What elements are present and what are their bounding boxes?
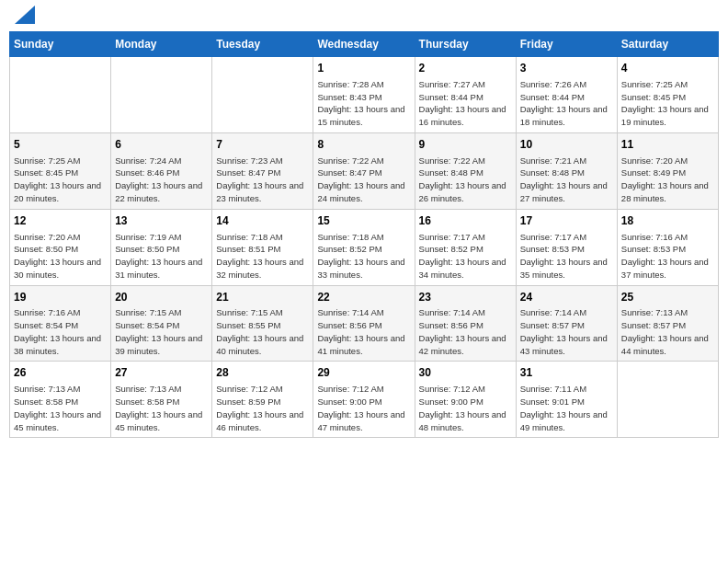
day-info: Sunrise: 7:20 AM Sunset: 8:50 PM Dayligh… <box>14 231 107 282</box>
day-number: 16 <box>419 213 512 229</box>
day-number: 17 <box>520 213 613 229</box>
calendar-table: SundayMondayTuesdayWednesdayThursdayFrid… <box>9 31 719 438</box>
day-info: Sunrise: 7:14 AM Sunset: 8:56 PM Dayligh… <box>419 306 512 357</box>
calendar-cell: 22Sunrise: 7:14 AM Sunset: 8:56 PM Dayli… <box>313 285 415 362</box>
day-number: 19 <box>14 290 107 305</box>
weekday-header-sunday: Sunday <box>10 32 111 57</box>
calendar-cell: 16Sunrise: 7:17 AM Sunset: 8:52 PM Dayli… <box>415 209 516 285</box>
day-info: Sunrise: 7:20 AM Sunset: 8:49 PM Dayligh… <box>621 155 714 205</box>
day-info: Sunrise: 7:14 AM Sunset: 8:56 PM Dayligh… <box>317 306 410 357</box>
day-number: 5 <box>14 137 107 153</box>
day-info: Sunrise: 7:27 AM Sunset: 8:44 PM Dayligh… <box>419 78 512 129</box>
calendar-cell: 26Sunrise: 7:13 AM Sunset: 8:58 PM Dayli… <box>10 362 111 438</box>
day-number: 4 <box>621 61 714 76</box>
day-info: Sunrise: 7:22 AM Sunset: 8:48 PM Dayligh… <box>419 155 512 205</box>
calendar-cell: 25Sunrise: 7:13 AM Sunset: 8:57 PM Dayli… <box>617 285 718 362</box>
day-number: 27 <box>115 365 208 381</box>
day-number: 20 <box>115 290 208 305</box>
day-number: 11 <box>621 137 714 153</box>
day-number: 3 <box>520 61 613 76</box>
day-number: 14 <box>216 213 309 229</box>
calendar-cell: 19Sunrise: 7:16 AM Sunset: 8:54 PM Dayli… <box>10 285 111 362</box>
calendar-cell: 14Sunrise: 7:18 AM Sunset: 8:51 PM Dayli… <box>212 209 313 285</box>
weekday-header-monday: Monday <box>111 32 212 57</box>
day-number: 18 <box>621 213 714 229</box>
day-info: Sunrise: 7:22 AM Sunset: 8:47 PM Dayligh… <box>317 155 410 205</box>
weekday-header-friday: Friday <box>516 32 617 57</box>
day-number: 13 <box>115 213 208 229</box>
day-number: 30 <box>419 365 512 381</box>
day-info: Sunrise: 7:17 AM Sunset: 8:52 PM Dayligh… <box>419 231 512 282</box>
day-info: Sunrise: 7:15 AM Sunset: 8:54 PM Dayligh… <box>115 306 208 357</box>
svg-marker-0 <box>15 6 35 24</box>
day-number: 6 <box>115 137 208 153</box>
day-number: 21 <box>216 290 309 305</box>
calendar-cell: 30Sunrise: 7:12 AM Sunset: 9:00 PM Dayli… <box>415 362 516 438</box>
calendar-week-row: 1Sunrise: 7:28 AM Sunset: 8:43 PM Daylig… <box>10 57 719 133</box>
calendar-cell: 28Sunrise: 7:12 AM Sunset: 8:59 PM Dayli… <box>212 362 313 438</box>
page-header <box>9 9 719 24</box>
day-number: 24 <box>520 290 613 305</box>
calendar-week-row: 26Sunrise: 7:13 AM Sunset: 8:58 PM Dayli… <box>10 362 719 438</box>
day-number: 7 <box>216 137 309 153</box>
weekday-header-wednesday: Wednesday <box>313 32 415 57</box>
calendar-cell: 24Sunrise: 7:14 AM Sunset: 8:57 PM Dayli… <box>516 285 617 362</box>
calendar-cell: 12Sunrise: 7:20 AM Sunset: 8:50 PM Dayli… <box>10 209 111 285</box>
logo <box>13 9 35 24</box>
calendar-cell: 13Sunrise: 7:19 AM Sunset: 8:50 PM Dayli… <box>111 209 212 285</box>
day-number: 28 <box>216 365 309 381</box>
day-info: Sunrise: 7:11 AM Sunset: 9:01 PM Dayligh… <box>520 383 613 433</box>
day-number: 22 <box>317 290 410 305</box>
day-info: Sunrise: 7:21 AM Sunset: 8:48 PM Dayligh… <box>520 155 613 205</box>
day-info: Sunrise: 7:12 AM Sunset: 9:00 PM Dayligh… <box>317 383 410 433</box>
day-info: Sunrise: 7:15 AM Sunset: 8:55 PM Dayligh… <box>216 306 309 357</box>
weekday-header-tuesday: Tuesday <box>212 32 313 57</box>
calendar-week-row: 12Sunrise: 7:20 AM Sunset: 8:50 PM Dayli… <box>10 209 719 285</box>
calendar-week-row: 19Sunrise: 7:16 AM Sunset: 8:54 PM Dayli… <box>10 285 719 362</box>
calendar-cell: 29Sunrise: 7:12 AM Sunset: 9:00 PM Dayli… <box>313 362 415 438</box>
weekday-header-row: SundayMondayTuesdayWednesdayThursdayFrid… <box>10 32 719 57</box>
day-info: Sunrise: 7:12 AM Sunset: 8:59 PM Dayligh… <box>216 383 309 433</box>
day-number: 1 <box>317 61 410 76</box>
logo-icon <box>15 6 35 24</box>
day-info: Sunrise: 7:26 AM Sunset: 8:44 PM Dayligh… <box>520 78 613 129</box>
day-info: Sunrise: 7:25 AM Sunset: 8:45 PM Dayligh… <box>14 155 107 205</box>
calendar-cell: 3Sunrise: 7:26 AM Sunset: 8:44 PM Daylig… <box>516 57 617 133</box>
day-info: Sunrise: 7:12 AM Sunset: 9:00 PM Dayligh… <box>419 383 512 433</box>
calendar-cell: 31Sunrise: 7:11 AM Sunset: 9:01 PM Dayli… <box>516 362 617 438</box>
calendar-cell: 10Sunrise: 7:21 AM Sunset: 8:48 PM Dayli… <box>516 132 617 209</box>
calendar-cell: 5Sunrise: 7:25 AM Sunset: 8:45 PM Daylig… <box>10 132 111 209</box>
day-number: 10 <box>520 137 613 153</box>
day-info: Sunrise: 7:28 AM Sunset: 8:43 PM Dayligh… <box>317 78 410 129</box>
weekday-header-saturday: Saturday <box>617 32 718 57</box>
day-info: Sunrise: 7:13 AM Sunset: 8:58 PM Dayligh… <box>14 383 107 433</box>
day-number: 26 <box>14 365 107 381</box>
day-number: 15 <box>317 213 410 229</box>
day-number: 29 <box>317 365 410 381</box>
day-number: 31 <box>520 365 613 381</box>
calendar-week-row: 5Sunrise: 7:25 AM Sunset: 8:45 PM Daylig… <box>10 132 719 209</box>
calendar-cell: 11Sunrise: 7:20 AM Sunset: 8:49 PM Dayli… <box>617 132 718 209</box>
calendar-cell: 21Sunrise: 7:15 AM Sunset: 8:55 PM Dayli… <box>212 285 313 362</box>
calendar-cell: 17Sunrise: 7:17 AM Sunset: 8:53 PM Dayli… <box>516 209 617 285</box>
day-info: Sunrise: 7:19 AM Sunset: 8:50 PM Dayligh… <box>115 231 208 282</box>
day-info: Sunrise: 7:13 AM Sunset: 8:57 PM Dayligh… <box>621 306 714 357</box>
day-info: Sunrise: 7:14 AM Sunset: 8:57 PM Dayligh… <box>520 306 613 357</box>
calendar-cell: 6Sunrise: 7:24 AM Sunset: 8:46 PM Daylig… <box>111 132 212 209</box>
day-info: Sunrise: 7:24 AM Sunset: 8:46 PM Dayligh… <box>115 155 208 205</box>
weekday-header-thursday: Thursday <box>415 32 516 57</box>
day-number: 25 <box>621 290 714 305</box>
day-info: Sunrise: 7:18 AM Sunset: 8:52 PM Dayligh… <box>317 231 410 282</box>
calendar-cell: 20Sunrise: 7:15 AM Sunset: 8:54 PM Dayli… <box>111 285 212 362</box>
calendar-cell <box>617 362 718 438</box>
day-info: Sunrise: 7:17 AM Sunset: 8:53 PM Dayligh… <box>520 231 613 282</box>
calendar-cell: 15Sunrise: 7:18 AM Sunset: 8:52 PM Dayli… <box>313 209 415 285</box>
day-number: 23 <box>419 290 512 305</box>
calendar-cell: 8Sunrise: 7:22 AM Sunset: 8:47 PM Daylig… <box>313 132 415 209</box>
calendar-cell: 1Sunrise: 7:28 AM Sunset: 8:43 PM Daylig… <box>313 57 415 133</box>
calendar-cell: 7Sunrise: 7:23 AM Sunset: 8:47 PM Daylig… <box>212 132 313 209</box>
day-info: Sunrise: 7:23 AM Sunset: 8:47 PM Dayligh… <box>216 155 309 205</box>
day-info: Sunrise: 7:25 AM Sunset: 8:45 PM Dayligh… <box>621 78 714 129</box>
day-number: 2 <box>419 61 512 76</box>
day-number: 8 <box>317 137 410 153</box>
